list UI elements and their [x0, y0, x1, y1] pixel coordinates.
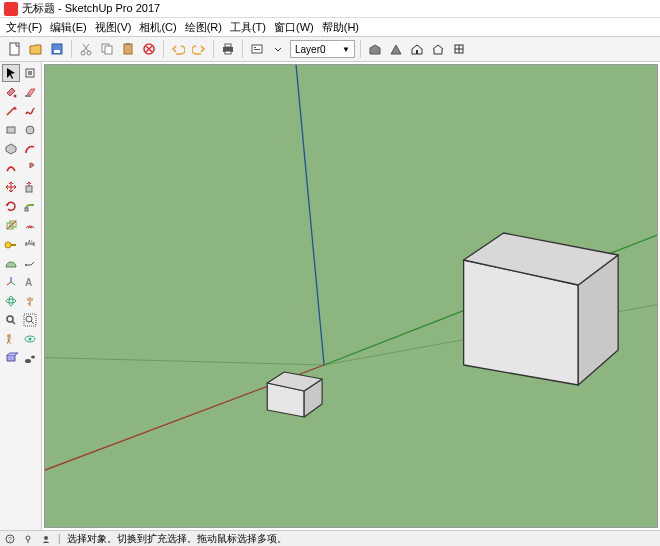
offset-tool-icon[interactable] [21, 216, 39, 234]
menu-view[interactable]: 视图(V) [95, 20, 132, 35]
dimension-tool-icon[interactable]: A1 [21, 235, 39, 253]
svg-rect-16 [416, 50, 418, 54]
svg-text:A: A [25, 277, 32, 288]
open-file-icon[interactable] [27, 40, 45, 58]
model-info-icon[interactable] [248, 40, 266, 58]
text-tool-icon[interactable] [21, 254, 39, 272]
svg-point-37 [7, 334, 11, 338]
save-icon[interactable] [48, 40, 66, 58]
menu-bar: 文件(F) 编辑(E) 视图(V) 相机(C) 绘图(R) 工具(T) 窗口(W… [0, 18, 660, 36]
layer-current-label: Layer0 [295, 44, 326, 55]
pie-tool-icon[interactable] [21, 159, 39, 177]
app-icon [4, 2, 18, 16]
undo-icon[interactable] [169, 40, 187, 58]
help-icon[interactable]: ? [4, 533, 16, 545]
svg-rect-25 [25, 208, 28, 211]
position-camera-icon[interactable] [2, 330, 20, 348]
house-icon[interactable] [408, 40, 426, 58]
window-icon[interactable] [450, 40, 468, 58]
menu-window[interactable]: 窗口(W) [274, 20, 314, 35]
freehand-tool-icon[interactable] [21, 102, 39, 120]
svg-point-40 [25, 359, 31, 363]
toolbar-separator [213, 40, 214, 58]
svg-rect-11 [225, 44, 231, 47]
zoom-extents-tool-icon[interactable] [21, 311, 39, 329]
arc2-tool-icon[interactable] [2, 159, 20, 177]
arc-tool-icon[interactable] [21, 140, 39, 158]
polygon-tool-icon[interactable] [2, 140, 20, 158]
select-tool-icon[interactable] [2, 64, 20, 82]
svg-text:A1: A1 [28, 239, 34, 244]
svg-point-41 [31, 356, 35, 359]
component-tool-icon[interactable] [21, 64, 39, 82]
redo-icon[interactable] [190, 40, 208, 58]
menu-camera[interactable]: 相机(C) [139, 20, 176, 35]
svg-rect-12 [225, 51, 231, 54]
svg-point-39 [29, 338, 32, 341]
paint-tool-icon[interactable] [2, 83, 20, 101]
toolbar-separator [242, 40, 243, 58]
svg-rect-0 [10, 43, 19, 55]
warehouse-icon[interactable] [366, 40, 384, 58]
geo-icon[interactable] [22, 533, 34, 545]
protractor-tool-icon[interactable] [2, 254, 20, 272]
svg-rect-24 [26, 186, 32, 192]
interior-icon[interactable] [429, 40, 447, 58]
title-bar: 无标题 - SketchUp Pro 2017 [0, 0, 660, 18]
svg-point-23 [26, 126, 34, 134]
new-file-icon[interactable] [6, 40, 24, 58]
rotate-tool-icon[interactable] [2, 197, 20, 215]
dropdown-icon[interactable] [269, 40, 287, 58]
pan-tool-icon[interactable] [21, 292, 39, 310]
tape-tool-icon[interactable] [2, 235, 20, 253]
svg-rect-22 [7, 127, 15, 133]
status-tip: 选择对象。切换到扩充选择。拖动鼠标选择多项。 [67, 532, 287, 546]
zoom-tool-icon[interactable] [2, 311, 20, 329]
svg-text:?: ? [8, 536, 12, 543]
svg-point-56 [26, 536, 30, 540]
menu-edit[interactable]: 编辑(E) [50, 20, 87, 35]
svg-point-20 [14, 95, 17, 98]
pushpull-tool-icon[interactable] [21, 178, 39, 196]
cut-icon[interactable] [77, 40, 95, 58]
paste-icon[interactable] [119, 40, 137, 58]
delete-icon[interactable] [140, 40, 158, 58]
orbit-tool-icon[interactable] [2, 292, 20, 310]
toolbar-separator [163, 40, 164, 58]
print-icon[interactable] [219, 40, 237, 58]
status-separator: | [58, 533, 61, 544]
move-tool-icon[interactable] [2, 178, 20, 196]
svg-rect-7 [124, 44, 132, 54]
extension-icon[interactable] [387, 40, 405, 58]
look-around-icon[interactable] [21, 330, 39, 348]
scale-tool-icon[interactable] [2, 216, 20, 234]
svg-rect-15 [254, 49, 260, 50]
svg-point-57 [44, 536, 48, 540]
menu-draw[interactable]: 绘图(R) [185, 20, 222, 35]
rectangle-tool-icon[interactable] [2, 121, 20, 139]
axes-tool-icon[interactable] [2, 273, 20, 291]
walk-tool-icon[interactable] [21, 349, 39, 367]
menu-file[interactable]: 文件(F) [6, 20, 42, 35]
copy-icon[interactable] [98, 40, 116, 58]
line-tool-icon[interactable] [2, 102, 20, 120]
svg-rect-8 [126, 43, 130, 45]
svg-rect-19 [28, 71, 32, 75]
svg-rect-2 [54, 50, 60, 53]
svg-point-30 [25, 264, 27, 266]
svg-rect-6 [105, 46, 112, 54]
svg-rect-21 [25, 95, 31, 97]
menu-tools[interactable]: 工具(T) [230, 20, 266, 35]
credit-icon[interactable] [40, 533, 52, 545]
eraser-tool-icon[interactable] [21, 83, 39, 101]
circle-tool-icon[interactable] [21, 121, 39, 139]
toolbar-separator [71, 40, 72, 58]
section-tool-icon[interactable] [2, 349, 20, 367]
3dtext-tool-icon[interactable]: A [21, 273, 39, 291]
svg-point-32 [6, 299, 16, 303]
followme-tool-icon[interactable] [21, 197, 39, 215]
menu-help[interactable]: 帮助(H) [322, 20, 359, 35]
layer-selector[interactable]: Layer0 ▼ [290, 40, 355, 58]
viewport-3d[interactable] [44, 64, 658, 528]
window-title: 无标题 - SketchUp Pro 2017 [22, 1, 160, 16]
